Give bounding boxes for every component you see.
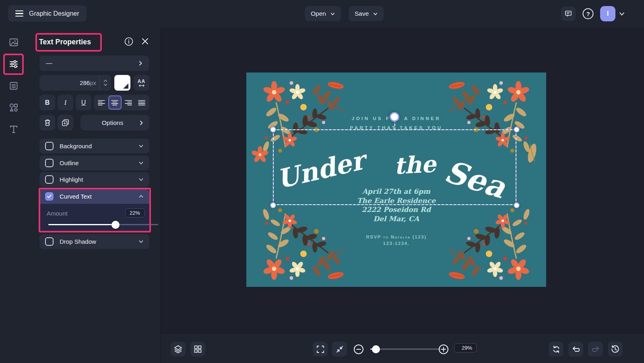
options-button[interactable]: Options — [80, 115, 149, 131]
grid-view-button[interactable] — [190, 342, 205, 357]
refresh-icon — [552, 345, 560, 353]
plus-circle-icon — [438, 344, 449, 355]
highlight-section[interactable]: Highlight — [39, 172, 149, 187]
curved-text-checkbox[interactable] — [45, 192, 54, 201]
account-chevron-down-icon[interactable] — [619, 12, 625, 16]
redo-button[interactable] — [588, 342, 603, 357]
curved-text-section[interactable]: Curved Text — [39, 189, 149, 204]
outline-checkbox[interactable] — [45, 159, 54, 167]
check-icon — [47, 194, 52, 199]
text-color-swatch[interactable] — [114, 75, 130, 91]
feedback-button[interactable] — [561, 6, 576, 21]
avatar[interactable]: I — [600, 6, 615, 21]
highlight-label: Highlight — [60, 176, 132, 183]
zoom-slider-thumb[interactable] — [372, 345, 380, 353]
amount-slider[interactable] — [48, 224, 158, 225]
grid-icon — [194, 345, 202, 353]
collapse-icon — [336, 345, 344, 353]
italic-button[interactable]: I — [58, 95, 73, 110]
sidebar-item-text[interactable] — [9, 124, 19, 134]
zoom-slider[interactable] — [370, 348, 441, 350]
layers-icon — [174, 345, 182, 353]
left-sidebar — [0, 27, 27, 363]
font-size-value: 286 — [80, 79, 90, 86]
align-center-button[interactable] — [108, 95, 122, 110]
font-size-input[interactable]: 286px — [39, 79, 99, 86]
bottom-toolbar: 29% — [161, 334, 644, 363]
drop-shadow-checkbox[interactable] — [45, 237, 54, 246]
close-icon[interactable] — [141, 37, 149, 45]
font-family-select[interactable]: — — [39, 56, 149, 71]
collapse-view-button[interactable] — [332, 342, 347, 357]
font-family-value: — — [46, 60, 138, 67]
help-icon: ? — [582, 8, 594, 20]
align-justify-button[interactable] — [135, 95, 149, 110]
background-section[interactable]: Background — [39, 139, 149, 153]
undo-button[interactable] — [568, 342, 583, 357]
chevron-down-icon — [138, 143, 144, 149]
open-button[interactable]: Open — [305, 6, 341, 21]
letter-spacing-button[interactable]: AA — [134, 75, 149, 91]
sidebar-item-pages[interactable] — [9, 81, 19, 91]
bold-button[interactable]: B — [39, 95, 55, 110]
highlight-checkbox[interactable] — [45, 175, 54, 184]
zoom-level[interactable]: 29% — [454, 343, 477, 353]
amount-value[interactable]: 22% — [125, 208, 144, 218]
stepper-up-icon[interactable] — [103, 79, 107, 82]
invite-rsvp: RSVP to Natalya (123) 123-1234. — [246, 234, 546, 247]
layers-button[interactable] — [171, 342, 186, 357]
refresh-button[interactable] — [549, 342, 564, 357]
chevron-down-icon — [373, 12, 378, 16]
redo-icon — [591, 346, 600, 353]
comment-icon — [564, 10, 572, 18]
chevron-up-icon — [138, 194, 144, 199]
font-size-control: 286px — [39, 75, 111, 91]
history-icon — [611, 345, 619, 353]
app-title: Graphic Designer — [29, 10, 79, 17]
font-size-unit: px — [90, 79, 96, 86]
sidebar-item-properties[interactable] — [9, 59, 19, 69]
sidebar-item-images[interactable] — [9, 37, 19, 47]
curved-text-body: Amount 22% — [39, 204, 149, 232]
rotation-handle[interactable] — [390, 112, 399, 122]
chevron-down-icon — [138, 177, 144, 182]
background-checkbox[interactable] — [45, 142, 54, 150]
font-size-stepper[interactable] — [99, 75, 111, 91]
save-button[interactable]: Save — [349, 6, 384, 21]
amount-slider-thumb[interactable] — [111, 221, 120, 229]
history-button[interactable] — [608, 342, 623, 357]
sidebar-item-elements[interactable] — [9, 103, 19, 112]
duplicate-button[interactable] — [58, 115, 73, 131]
selection-handle-top-right[interactable] — [514, 127, 520, 133]
background-label: Background — [60, 143, 132, 149]
help-button[interactable]: ? — [582, 8, 594, 20]
amount-slider-fill — [48, 224, 116, 225]
save-button-label: Save — [355, 10, 369, 17]
bold-label: B — [45, 99, 50, 106]
zoom-out-button[interactable] — [351, 342, 366, 357]
hamburger-icon — [15, 10, 23, 17]
align-left-button[interactable] — [95, 95, 108, 110]
align-right-button[interactable] — [122, 95, 135, 110]
zoom-in-button[interactable] — [436, 342, 451, 357]
info-icon[interactable] — [124, 37, 133, 46]
delete-button[interactable] — [39, 115, 55, 131]
minus-circle-icon — [353, 344, 364, 355]
underline-button[interactable]: U — [76, 95, 91, 110]
app-menu-button[interactable]: Graphic Designer — [8, 5, 87, 22]
invite-city: Del Mar, CA — [246, 214, 546, 224]
rsvp-line-1: RSVP to Natalya (123) — [246, 234, 546, 240]
floral-accent-right — [523, 140, 541, 166]
stepper-down-icon[interactable] — [103, 83, 107, 86]
trash-icon — [44, 119, 51, 127]
fit-screen-button[interactable] — [313, 342, 328, 357]
selection-box[interactable] — [273, 129, 516, 205]
selection-handle-top-left[interactable] — [270, 127, 276, 133]
selection-handle-bottom-right[interactable] — [514, 202, 520, 208]
chevron-down-icon — [138, 160, 144, 166]
panel-title: Text Properties — [39, 38, 91, 46]
drop-shadow-section[interactable]: Drop Shadow — [39, 234, 149, 249]
canvas-workspace[interactable]: JOIN US FOR A DINNER PARTY THAT TAKES YO… — [161, 27, 644, 334]
outline-section[interactable]: Outline — [39, 156, 149, 170]
selection-handle-bottom-left[interactable] — [270, 202, 276, 208]
